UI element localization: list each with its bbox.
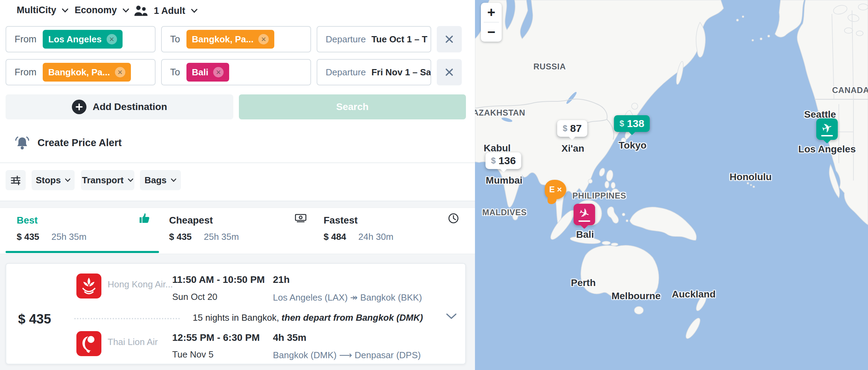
search-button[interactable]: Search	[239, 94, 466, 119]
stopover-note: 15 nights in Bangkok, then depart from B…	[193, 312, 423, 323]
tab-cheapest-label: Cheapest	[169, 215, 213, 226]
remove-chip-icon[interactable]: ✕	[115, 67, 125, 77]
filters-button[interactable]	[6, 170, 26, 190]
departure-field-row1[interactable]: Departure Tue Oct 1 – T	[317, 26, 431, 52]
region-label-kazakhstan: KAZAKHSTAN	[475, 108, 525, 118]
price-marker-tokyo[interactable]: $ 138	[614, 115, 650, 132]
city-label-auckland: Auckland	[672, 289, 716, 300]
price-alert-label: Create Price Alert	[37, 137, 122, 149]
stopover-bold: then depart from Bangkok (DMK)	[282, 312, 423, 323]
from-field-row2[interactable]: From Bangkok, Pa... ✕	[6, 59, 156, 85]
chevron-down-icon	[191, 9, 198, 13]
currency: $	[491, 156, 495, 166]
leg1-times: 11:50 AM - 10:50 PM	[172, 274, 265, 285]
remove-row1-button[interactable]	[437, 26, 462, 52]
city-label-los-angeles: Los Angeles	[798, 144, 856, 155]
place-chip-bangkok[interactable]: Bangkok, Pa... ✕	[43, 63, 131, 82]
city-label-mumbai: Mumbai	[486, 175, 523, 186]
place-chip-los-angeles[interactable]: Los Angeles ✕	[43, 30, 123, 49]
stopover-prefix: 15 nights in Bangkok,	[193, 312, 282, 323]
stops-label: Stops	[36, 175, 61, 186]
remove-chip-icon[interactable]: ✕	[213, 67, 224, 77]
passengers-dropdown[interactable]: 1 Adult	[134, 5, 198, 17]
tab-cheapest-price: $ 435	[169, 232, 192, 242]
to-field-row1[interactable]: To Bangkok, Pa... ✕	[161, 26, 311, 52]
trip-type-label: MultiCity	[17, 5, 56, 16]
bell-icon	[15, 135, 30, 151]
price-marker-kabul[interactable]: $ 136	[485, 152, 521, 169]
zoom-out-button[interactable]: −	[481, 23, 502, 42]
cabin-class-dropdown[interactable]: Economy	[75, 5, 129, 16]
divider	[0, 162, 475, 163]
region-label-russia: RUSSIA	[533, 62, 566, 72]
chip-text: Los Angeles	[48, 34, 102, 45]
expand-chevron-icon[interactable]	[446, 313, 457, 319]
map-zoom-control: + −	[481, 3, 502, 42]
departure-field-row2[interactable]: Departure Fri Nov 1 – Sa	[317, 59, 431, 85]
chevron-down-icon	[128, 178, 133, 182]
from-label: From	[15, 67, 36, 78]
zoom-in-button[interactable]: +	[481, 3, 502, 22]
add-destination-button[interactable]: Add Destination	[6, 94, 233, 119]
leg2-times: 12:55 PM - 6:30 PM	[172, 332, 260, 343]
region-label-canada: CANADA	[832, 85, 868, 95]
passengers-label: 1 Adult	[154, 6, 185, 16]
thumbs-up-icon	[138, 212, 151, 225]
dotted-separator	[74, 318, 180, 319]
create-price-alert[interactable]: Create Price Alert	[15, 135, 122, 151]
banknote-icon	[294, 212, 307, 225]
from-field-row1[interactable]: From Los Angeles ✕	[6, 26, 156, 52]
leg1-airline: Hong Kong Air...	[108, 279, 173, 290]
flight-search-app: MultiCity Economy 1 Adult From Los Angel…	[0, 0, 868, 370]
departure-label: Departure	[326, 67, 366, 78]
to-field-row2[interactable]: To Bali ✕	[161, 59, 311, 85]
departure-value: Tue Oct 1 – T	[372, 34, 427, 45]
leg1-date: Sun Oct 20	[172, 292, 217, 302]
leg2-duration: 4h 35m	[273, 332, 307, 343]
clock-icon	[447, 212, 460, 225]
map[interactable]: + − RUSSIA KAZAKHSTAN PHILIPPINES MALDIV…	[475, 0, 868, 370]
transport-filter[interactable]: Transport	[81, 170, 134, 190]
price-value: 136	[499, 155, 516, 167]
bali-destination-marker[interactable]: ✈	[574, 204, 595, 225]
leg1-route: Los Angeles (LAX) ↠ Bangkok (BKK)	[273, 292, 422, 303]
tab-fastest-duration: 24h 30m	[358, 232, 393, 242]
remove-chip-icon[interactable]: ✕	[258, 34, 269, 44]
plus-circle-icon	[72, 100, 86, 114]
currency: $	[619, 119, 624, 128]
chevron-down-icon	[65, 178, 70, 182]
chevron-down-icon	[123, 8, 129, 12]
bags-filter[interactable]: Bags	[140, 170, 181, 190]
price-marker-xian[interactable]: $ 87	[557, 120, 587, 137]
search-panel: MultiCity Economy 1 Adult From Los Angel…	[0, 0, 475, 370]
itinerary-card[interactable]: $ 435 Hong Kong Air... 11:50 AM - 10:50 …	[6, 263, 466, 364]
city-label-perth: Perth	[571, 277, 596, 288]
tab-best-label: Best	[17, 215, 38, 226]
map-landmass	[475, 0, 868, 370]
leg2-date: Tue Nov 5	[172, 349, 214, 360]
los-angeles-origin-marker[interactable]: ✈	[816, 118, 838, 140]
add-destination-label: Add Destination	[93, 101, 167, 112]
place-chip-bali[interactable]: Bali ✕	[186, 63, 229, 82]
hong-kong-airlines-logo	[76, 274, 101, 298]
close-icon	[444, 34, 454, 44]
place-chip-bangkok[interactable]: Bangkok, Pa... ✕	[186, 30, 275, 49]
bangkok-cluster-marker[interactable]: E ×	[545, 180, 566, 199]
chevron-down-icon	[171, 178, 176, 182]
region-label-maldives: MALDIVES	[482, 208, 527, 217]
transport-label: Transport	[82, 175, 124, 186]
leg2-route: Bangkok (DMK) ⟶ Denpasar (DPS)	[273, 350, 421, 361]
stops-filter[interactable]: Stops	[32, 170, 75, 190]
trip-type-dropdown[interactable]: MultiCity	[17, 5, 68, 16]
cluster-label: E ×	[549, 185, 562, 194]
search-label: Search	[336, 101, 368, 112]
remove-row2-button[interactable]	[437, 59, 462, 85]
region-label-philippines: PHILIPPINES	[573, 191, 626, 201]
remove-chip-icon[interactable]: ✕	[107, 34, 117, 44]
active-tab-underline	[6, 251, 159, 253]
to-label: To	[170, 34, 180, 45]
chip-text: Bangkok, Pa...	[192, 34, 254, 45]
city-label-melbourne: Melbourne	[611, 291, 661, 302]
plane-takeoff-icon: ✈	[820, 120, 834, 136]
chevron-down-icon	[62, 8, 68, 12]
